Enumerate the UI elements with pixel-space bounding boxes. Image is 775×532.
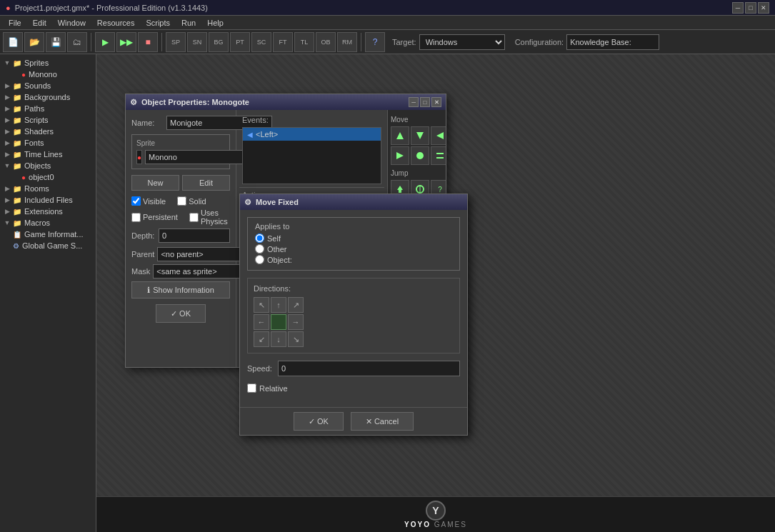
tb-save-all-btn[interactable]: 🗂 xyxy=(67,32,87,52)
sprite-name-input[interactable] xyxy=(145,150,251,164)
tb-script-btn[interactable]: SC xyxy=(251,32,271,52)
sidebar-item-sounds[interactable]: ▶ 📁 Sounds xyxy=(0,80,96,91)
object-radio[interactable] xyxy=(255,255,264,264)
window-controls: ─ □ ✕ xyxy=(732,2,769,14)
relative-row: Relative xyxy=(247,383,460,393)
sidebar-item-rooms[interactable]: ▶ 📁 Rooms xyxy=(0,183,96,194)
dir-n-btn[interactable]: ↑ xyxy=(271,297,286,313)
sidebar-item-object0[interactable]: ● object0 xyxy=(0,171,96,183)
sidebar-item-timelines[interactable]: ▶ 📁 Time Lines xyxy=(0,149,96,160)
tb-save-btn[interactable]: 💾 xyxy=(46,32,66,52)
dir-ne-btn[interactable]: ↗ xyxy=(288,297,304,313)
menu-resources[interactable]: Resources xyxy=(91,16,141,30)
other-radio[interactable] xyxy=(255,244,264,254)
svg-rect-10 xyxy=(399,190,401,193)
new-edit-row: New Edit xyxy=(131,175,230,191)
sidebar-item-sprites[interactable]: ▼ 📁 Sprites xyxy=(0,57,96,69)
menu-edit[interactable]: Edit xyxy=(27,16,52,30)
sidebar-item-objects[interactable]: ▼ 📁 Objects xyxy=(0,160,96,171)
dir-s-btn[interactable]: ↓ xyxy=(271,331,286,347)
fonts-label: Fonts xyxy=(24,139,44,147)
sidebar-item-macros[interactable]: ▼ 📁 Macros xyxy=(0,217,96,229)
menu-help[interactable]: Help xyxy=(201,16,229,30)
tb-help-btn[interactable]: ? xyxy=(365,32,385,52)
folder-scripts-icon: 📁 xyxy=(13,116,21,124)
svg-point-6 xyxy=(416,152,424,159)
move-btn-3[interactable] xyxy=(431,126,446,145)
ok-button[interactable]: ✓ OK xyxy=(156,304,206,323)
self-radio[interactable] xyxy=(255,234,264,243)
move-fixed-ok-button[interactable]: ✓ OK xyxy=(294,412,344,431)
tb-run-btn[interactable]: ▶ xyxy=(95,32,115,52)
dir-se-btn[interactable]: ↘ xyxy=(288,331,304,347)
tb-obj-btn[interactable]: OB xyxy=(316,32,336,52)
persistent-checkbox[interactable] xyxy=(131,213,141,222)
obj-props-close[interactable]: ✕ xyxy=(431,97,441,107)
dir-w-btn[interactable]: ← xyxy=(254,314,269,330)
uses-physics-checkbox[interactable] xyxy=(189,213,199,222)
obj-props-maximize[interactable]: □ xyxy=(420,97,430,107)
menu-scripts[interactable]: Scripts xyxy=(140,16,176,30)
tb-bg-btn[interactable]: BG xyxy=(209,32,229,52)
expand-shaders-icon: ▶ xyxy=(3,127,11,136)
tb-rm-btn[interactable]: RM xyxy=(337,32,357,52)
move-btn-row-1 xyxy=(391,126,446,145)
visible-checkbox[interactable] xyxy=(131,196,141,206)
sidebar-item-paths[interactable]: ▶ 📁 Paths xyxy=(0,103,96,114)
event-item-left[interactable]: ◀ <Left> xyxy=(243,128,381,141)
menu-file[interactable]: File xyxy=(3,16,27,30)
move-btn-2[interactable] xyxy=(411,126,429,145)
relative-checkbox[interactable] xyxy=(247,383,256,393)
title-bar: ● Project1.project.gmx* - Professional E… xyxy=(0,0,775,16)
svg-marker-5 xyxy=(396,152,404,159)
tb-stop-btn[interactable]: ■ xyxy=(138,32,158,52)
sidebar-item-fonts[interactable]: ▶ 📁 Fonts xyxy=(0,137,96,149)
tb-sound-btn[interactable]: SN xyxy=(187,32,207,52)
config-input[interactable] xyxy=(566,34,659,50)
tb-sprite-btn[interactable]: SP xyxy=(166,32,186,52)
close-button[interactable]: ✕ xyxy=(758,2,769,14)
show-information-button[interactable]: ℹ Show Information xyxy=(131,281,230,298)
dir-nw-btn[interactable]: ↖ xyxy=(254,297,269,313)
sidebar-item-extensions[interactable]: ▶ 📁 Extensions xyxy=(0,206,96,217)
timelines-label: Time Lines xyxy=(24,150,62,159)
tb-debug-btn[interactable]: ▶▶ xyxy=(116,32,136,52)
menu-window[interactable]: Window xyxy=(52,16,91,30)
move-btn-1[interactable] xyxy=(391,126,409,145)
menu-run[interactable]: Run xyxy=(176,16,201,30)
speed-input[interactable] xyxy=(278,361,460,376)
sidebar-item-backgrounds[interactable]: ▶ 📁 Backgrounds xyxy=(0,91,96,103)
solid-checkbox[interactable] xyxy=(177,196,186,206)
move-fixed-cancel-button[interactable]: ✕ Cancel xyxy=(351,412,414,431)
config-label: Configuration: xyxy=(515,38,564,46)
tb-font-btn[interactable]: FT xyxy=(273,32,293,52)
dir-e-btn[interactable]: → xyxy=(288,314,304,330)
object0-expand xyxy=(11,173,20,181)
tb-tl-btn[interactable]: TL xyxy=(294,32,314,52)
move-btn-5[interactable] xyxy=(411,146,429,165)
sidebar-item-included[interactable]: ▶ 📁 Included Files xyxy=(0,194,96,206)
maximize-button[interactable]: □ xyxy=(745,2,756,14)
depth-input[interactable] xyxy=(159,229,230,243)
monono-expand xyxy=(11,70,20,79)
dir-center-btn[interactable] xyxy=(271,314,286,330)
tb-open-btn[interactable]: 📂 xyxy=(24,32,44,52)
sidebar-item-globalgame[interactable]: ⚙ Global Game S... xyxy=(0,240,96,251)
directions-box: Directions: ↖ ↑ ↗ ← → xyxy=(247,278,460,353)
target-select[interactable]: Windows xyxy=(419,34,505,50)
tb-path-btn[interactable]: PT xyxy=(230,32,250,52)
obj-props-minimize[interactable]: ─ xyxy=(409,97,419,107)
move-btn-4[interactable] xyxy=(391,146,409,165)
move-btn-6[interactable] xyxy=(431,146,446,165)
edit-sprite-button[interactable]: Edit xyxy=(182,175,230,191)
dir-sw-btn[interactable]: ↙ xyxy=(254,331,269,347)
minimize-button[interactable]: ─ xyxy=(732,2,744,14)
parent-label: Parent xyxy=(131,250,154,259)
sidebar-item-monono[interactable]: ● Monono xyxy=(0,69,96,80)
sidebar-item-scripts[interactable]: ▶ 📁 Scripts xyxy=(0,114,96,126)
speed-row: Speed: xyxy=(247,361,460,376)
new-sprite-button[interactable]: New xyxy=(131,175,179,191)
sidebar-item-shaders[interactable]: ▶ 📁 Shaders xyxy=(0,126,96,137)
tb-new-btn[interactable]: 📄 xyxy=(3,32,23,52)
sidebar-item-gameinfo[interactable]: 📋 Game Informat... xyxy=(0,229,96,240)
